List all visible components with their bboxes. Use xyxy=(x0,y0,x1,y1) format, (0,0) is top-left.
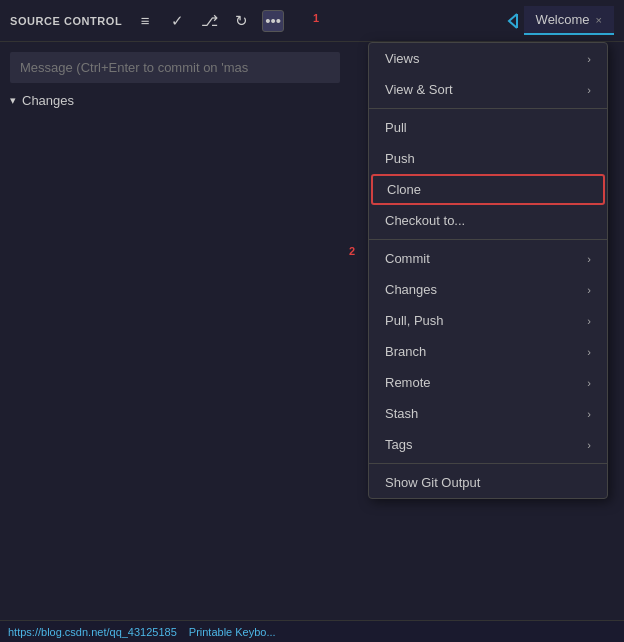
menu-item-views-label: Views xyxy=(385,51,419,66)
source-control-panel: ▾ Changes xyxy=(0,42,350,622)
menu-item-pull-push[interactable]: Pull, Push › xyxy=(369,305,607,336)
tab-welcome-label: Welcome xyxy=(536,12,590,27)
chevron-right-icon: › xyxy=(587,284,591,296)
menu-item-view-sort-label: View & Sort xyxy=(385,82,453,97)
menu-item-views[interactable]: Views › xyxy=(369,43,607,74)
badge-1: 1 xyxy=(313,12,319,24)
separator-1 xyxy=(369,108,607,109)
menu-item-commit[interactable]: Commit › xyxy=(369,243,607,274)
more-actions-button[interactable]: ••• xyxy=(262,10,284,32)
menu-item-changes-label: Changes xyxy=(385,282,437,297)
menu-item-remote[interactable]: Remote › xyxy=(369,367,607,398)
menu-item-view-sort[interactable]: View & Sort › xyxy=(369,74,607,105)
chevron-right-icon: › xyxy=(587,84,591,96)
branch-checkout-icon[interactable]: ⎇ xyxy=(198,10,220,32)
chevron-right-icon: › xyxy=(587,377,591,389)
vscode-icon xyxy=(504,12,522,30)
status-link-2[interactable]: Printable Keybo... xyxy=(189,626,276,638)
refresh-icon[interactable]: ↻ xyxy=(230,10,252,32)
chevron-right-icon: › xyxy=(587,315,591,327)
menu-item-remote-label: Remote xyxy=(385,375,431,390)
menu-item-git-output[interactable]: Show Git Output xyxy=(369,467,607,498)
changes-section-header[interactable]: ▾ Changes xyxy=(0,83,350,118)
menu-item-tags[interactable]: Tags › xyxy=(369,429,607,460)
menu-item-pull[interactable]: Pull xyxy=(369,112,607,143)
tab-area: Welcome × xyxy=(504,6,614,35)
menu-item-branch-label: Branch xyxy=(385,344,426,359)
source-control-title: SOURCE CONTROL xyxy=(10,15,122,27)
list-tree-icon[interactable]: ≡ xyxy=(134,10,156,32)
badge-2: 2 xyxy=(349,245,355,257)
separator-2 xyxy=(369,239,607,240)
tab-close-button[interactable]: × xyxy=(596,14,602,26)
menu-item-push[interactable]: Push xyxy=(369,143,607,174)
menu-item-commit-label: Commit xyxy=(385,251,430,266)
menu-item-changes[interactable]: Changes › xyxy=(369,274,607,305)
menu-item-clone-label: Clone xyxy=(387,182,421,197)
menu-item-git-output-label: Show Git Output xyxy=(385,475,480,490)
context-menu: Views › View & Sort › Pull Push Clone Ch… xyxy=(368,42,608,499)
changes-label: Changes xyxy=(22,93,74,108)
status-bar: https://blog.csdn.net/qq_43125185 Printa… xyxy=(0,620,624,642)
title-bar: SOURCE CONTROL ≡ ✓ ⎇ ↻ ••• Welcome × xyxy=(0,0,624,42)
separator-3 xyxy=(369,463,607,464)
menu-item-checkout[interactable]: Checkout to... xyxy=(369,205,607,236)
chevron-down-icon: ▾ xyxy=(10,94,16,107)
menu-item-push-label: Push xyxy=(385,151,415,166)
chevron-right-icon: › xyxy=(587,253,591,265)
menu-item-pull-label: Pull xyxy=(385,120,407,135)
commit-checkmark-icon[interactable]: ✓ xyxy=(166,10,188,32)
chevron-right-icon: › xyxy=(587,439,591,451)
chevron-right-icon: › xyxy=(587,53,591,65)
status-link-1[interactable]: https://blog.csdn.net/qq_43125185 xyxy=(8,626,177,638)
menu-item-stash-label: Stash xyxy=(385,406,418,421)
menu-item-clone[interactable]: Clone xyxy=(371,174,605,205)
menu-item-tags-label: Tags xyxy=(385,437,412,452)
chevron-right-icon: › xyxy=(587,408,591,420)
menu-item-pull-push-label: Pull, Push xyxy=(385,313,444,328)
menu-item-checkout-label: Checkout to... xyxy=(385,213,465,228)
menu-item-stash[interactable]: Stash › xyxy=(369,398,607,429)
chevron-right-icon: › xyxy=(587,346,591,358)
commit-message-input[interactable] xyxy=(10,52,340,83)
menu-item-branch[interactable]: Branch › xyxy=(369,336,607,367)
tab-welcome[interactable]: Welcome × xyxy=(524,6,614,35)
